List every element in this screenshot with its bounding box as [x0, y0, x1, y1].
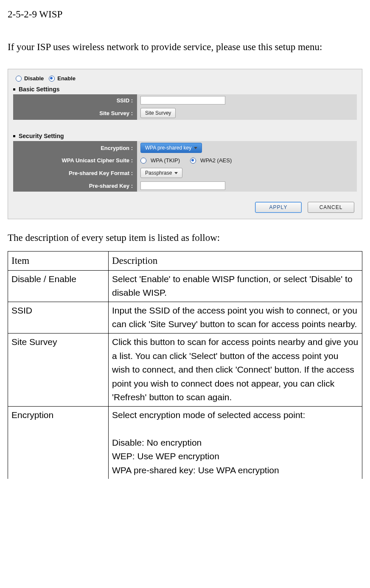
table-row: Select 'Enable' to enable WISP function,…: [109, 270, 362, 302]
psk-format-label: Pre-shared Key Format :: [13, 166, 137, 180]
bullet-icon: [13, 88, 15, 90]
chevron-down-icon: [194, 147, 197, 149]
cipher-label: WPA Unicast Cipher Suite :: [13, 155, 137, 166]
disable-label: Disable: [24, 75, 44, 82]
table-row: Input the SSID of the access point you w…: [109, 302, 362, 333]
table-row: SSID: [8, 302, 109, 333]
aes-label: WPA2 (AES): [200, 157, 232, 164]
enable-label: Enable: [57, 75, 76, 82]
aes-radio[interactable]: [190, 158, 196, 164]
psk-row: Pre-shared Key :: [13, 180, 357, 192]
ssid-label: SSID :: [13, 94, 137, 106]
basic-settings-header: Basic Settings: [13, 86, 357, 93]
table-row: Site Survey: [8, 333, 109, 406]
enable-radio[interactable]: [49, 76, 55, 82]
encryption-label: Encryption :: [13, 141, 137, 155]
basic-settings-label: Basic Settings: [19, 86, 59, 93]
tkip-radio[interactable]: [140, 158, 146, 164]
cancel-button[interactable]: CANCEL: [308, 202, 354, 213]
tkip-label: WPA (TKIP): [151, 157, 180, 164]
psk-label: Pre-shared Key :: [13, 180, 137, 192]
intro-paragraph: If your ISP uses wireless network to pro…: [8, 40, 362, 54]
bullet-icon: [13, 135, 15, 137]
table-row: Encryption: [8, 406, 109, 479]
table-head-item: Item: [8, 252, 109, 271]
disable-radio[interactable]: [16, 76, 22, 82]
site-survey-label: Site Survey :: [13, 106, 137, 120]
site-survey-button[interactable]: Site Survey: [140, 108, 176, 118]
table-row: Select encryption mode of selected acces…: [109, 406, 362, 479]
enable-disable-row: Disable Enable: [16, 75, 357, 82]
site-survey-row: Site Survey : Site Survey: [13, 106, 357, 120]
ssid-input[interactable]: [140, 96, 225, 105]
security-setting-label: Security Setting: [19, 133, 64, 139]
table-row: Disable / Enable: [8, 270, 109, 302]
description-table: Item Description Disable / Enable Select…: [8, 251, 362, 479]
psk-format-select[interactable]: Passphrase: [140, 168, 182, 178]
encryption-select-value: WPA pre-shared key: [145, 145, 191, 151]
psk-format-row: Pre-shared Key Format : Passphrase: [13, 166, 357, 180]
table-head-desc: Description: [109, 252, 362, 271]
router-settings-screenshot: Disable Enable Basic Settings SSID : Sit…: [8, 69, 362, 219]
encryption-select[interactable]: WPA pre-shared key: [140, 143, 202, 153]
apply-button[interactable]: APPLY: [255, 202, 302, 213]
table-row: Click this button to scan for access poi…: [109, 333, 362, 406]
section-title: 2-5-2-9 WISP: [8, 8, 362, 21]
psk-input[interactable]: [140, 181, 225, 190]
desc-lead: The description of every setup item is l…: [8, 231, 362, 244]
cipher-row: WPA Unicast Cipher Suite : WPA (TKIP) WP…: [13, 155, 357, 166]
encryption-row: Encryption : WPA pre-shared key: [13, 141, 357, 155]
action-buttons-row: APPLY CANCEL: [13, 202, 357, 213]
psk-format-value: Passphrase: [145, 170, 172, 176]
chevron-down-icon: [174, 172, 178, 174]
ssid-row: SSID :: [13, 94, 357, 106]
security-setting-header: Security Setting: [13, 133, 357, 139]
